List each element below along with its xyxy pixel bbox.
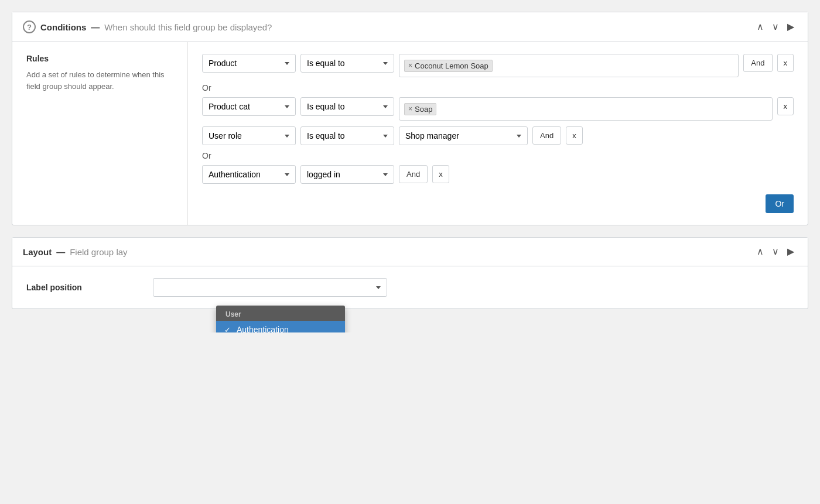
layout-emdash: — — [56, 247, 65, 257]
rule1-tag-coconut-label: Coconut Lemon Soap — [415, 61, 488, 70]
rule2-type-select[interactable]: Product cat — [202, 97, 296, 116]
rule2-tag-soap-remove[interactable]: × — [408, 105, 412, 113]
rule-row-3: User role Is equal to Shop manager And x — [202, 126, 794, 145]
rule1-x-btn[interactable]: x — [777, 54, 794, 72]
layout-header-left: Layout — Field group lay — [23, 247, 128, 257]
rule1-and-btn[interactable]: And — [743, 54, 772, 72]
rules-heading: Rules — [26, 54, 173, 63]
layout-panel: Layout — Field group lay ∧ ∨ ▶ Label pos… — [12, 237, 808, 309]
rule-row-4: Authentication logged in And x — [202, 165, 794, 184]
rule3-condition-select[interactable]: Is equal to — [300, 126, 394, 145]
conditions-body: Rules Add a set of rules to determine wh… — [12, 42, 808, 225]
label-position-select-wrapper — [153, 278, 387, 297]
conditions-emdash: — — [91, 22, 100, 32]
conditions-title: Conditions — [40, 22, 86, 32]
rule3-value-select[interactable]: Shop manager — [399, 126, 528, 145]
rule1-tag-coconut-remove[interactable]: × — [408, 61, 412, 70]
rule2-tags-input[interactable]: × Soap — [399, 97, 773, 121]
rule1-tag-coconut: × Coconut Lemon Soap — [404, 60, 493, 72]
layout-subtitle: Field group lay — [70, 247, 127, 257]
type-dropdown-menu: User Authentication User role Product Pr… — [216, 306, 345, 332]
or-btn[interactable]: Or — [766, 194, 794, 213]
dropdown-group-user-label: User — [216, 306, 345, 321]
rule1-type-select[interactable]: Product — [202, 54, 296, 73]
or-label-2: Or — [202, 151, 794, 160]
rule1-tags-input[interactable]: × Coconut Lemon Soap — [399, 54, 739, 77]
rules-description: Add a set of rules to determine when thi… — [26, 69, 173, 92]
rule2-tag-soap: × Soap — [404, 103, 436, 115]
rule4-condition-select[interactable]: logged in — [300, 165, 394, 184]
conditions-expand-btn[interactable]: ▶ — [784, 21, 797, 33]
conditions-header: ? Conditions — When should this field gr… — [12, 12, 808, 42]
dropdown-item-authentication[interactable]: Authentication — [216, 321, 345, 332]
conditions-header-icons: ∧ ∨ ▶ — [754, 21, 797, 33]
conditions-subtitle: When should this field group be displaye… — [104, 22, 272, 32]
layout-up-btn[interactable]: ∧ — [754, 246, 767, 258]
layout-expand-btn[interactable]: ▶ — [784, 246, 797, 258]
conditions-content: Product Is equal to × Coconut Lemon Soap… — [188, 42, 808, 225]
or-btn-wrapper: Or — [202, 190, 794, 213]
rule-row-2: Product cat Is equal to × Soap x — [202, 97, 794, 121]
rule2-condition-select[interactable]: Is equal to — [300, 97, 394, 116]
rule2-tag-soap-label: Soap — [415, 105, 432, 114]
conditions-sidebar: Rules Add a set of rules to determine wh… — [12, 42, 188, 225]
rule2-x-btn[interactable]: x — [777, 97, 794, 115]
conditions-panel: ? Conditions — When should this field gr… — [12, 12, 808, 225]
rule4-x-btn[interactable]: x — [432, 165, 449, 183]
layout-row-label-position: Label position — [26, 278, 794, 297]
conditions-up-btn[interactable]: ∧ — [754, 21, 767, 33]
layout-header: Layout — Field group lay ∧ ∨ ▶ — [12, 238, 808, 266]
layout-down-btn[interactable]: ∨ — [769, 246, 782, 258]
help-icon[interactable]: ? — [23, 20, 36, 33]
rule-row-1: Product Is equal to × Coconut Lemon Soap… — [202, 54, 794, 77]
conditions-down-btn[interactable]: ∨ — [769, 21, 782, 33]
rule3-and-btn[interactable]: And — [532, 126, 561, 145]
label-position-label: Label position — [26, 283, 144, 292]
layout-body: Label position — [12, 266, 808, 308]
layout-title: Layout — [23, 247, 52, 257]
rule4-type-select[interactable]: Authentication — [202, 165, 296, 184]
rule1-condition-select[interactable]: Is equal to — [300, 54, 394, 73]
layout-header-icons: ∧ ∨ ▶ — [754, 246, 797, 258]
rule-row-4-wrapper: Authentication logged in And x User Auth… — [202, 165, 794, 184]
label-position-select[interactable] — [153, 278, 387, 297]
or-label-1: Or — [202, 83, 794, 92]
conditions-header-left: ? Conditions — When should this field gr… — [23, 20, 272, 33]
rule4-and-btn[interactable]: And — [399, 165, 428, 183]
rule3-x-btn[interactable]: x — [566, 126, 583, 145]
rule3-type-select[interactable]: User role — [202, 126, 296, 145]
